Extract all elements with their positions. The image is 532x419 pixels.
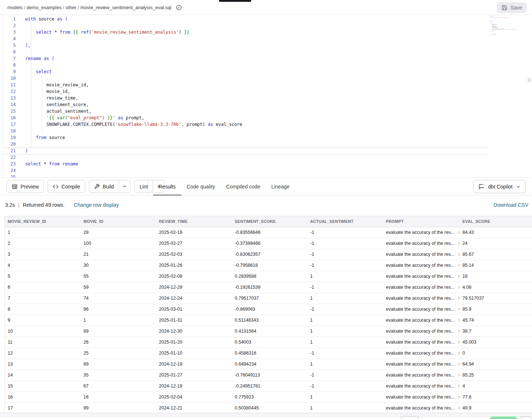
bottom-partial-button-2[interactable] <box>490 416 517 419</box>
tab-compiled-code[interactable]: Compiled code <box>221 178 266 195</box>
tab-code-quality[interactable]: Code quality <box>181 178 221 195</box>
expand-prompt-icon[interactable] <box>457 362 460 366</box>
code-line[interactable]: 4 <box>3 35 532 42</box>
code-line[interactable]: 16 '{{ var("eval_prompt") }}' as prompt, <box>3 115 532 121</box>
results-statusbar: 3.2s | Returned 49 rows. Change row disp… <box>0 195 532 216</box>
cell-review_time: 2025-02-18 <box>156 227 232 238</box>
cell-sentiment_score: -0.19261539 <box>232 282 307 293</box>
code-line[interactable]: 6 <box>3 49 532 55</box>
cell-prompt: evaluate the accuracy of the res... <box>383 392 460 403</box>
code-line[interactable]: 8 <box>3 62 532 68</box>
editor-code-lines: 1with source as (23 select * from {{ ref… <box>3 16 532 177</box>
cell-actual_sentiment: -1 <box>307 381 383 392</box>
code-line[interactable]: 25 <box>3 174 532 177</box>
code-line[interactable]: 18 <box>3 128 532 134</box>
expand-prompt-icon[interactable] <box>457 296 460 300</box>
cell-eval_score: 85.25 <box>460 370 532 381</box>
code-line[interactable]: 22 <box>3 154 532 161</box>
expand-prompt-icon[interactable] <box>457 406 460 410</box>
expand-prompt-icon[interactable] <box>457 252 460 257</box>
expand-prompt-icon[interactable] <box>457 318 460 322</box>
expand-prompt-icon[interactable] <box>457 373 460 377</box>
column-header-movie_id: MOVIE_ID <box>81 216 156 227</box>
breadcrumb-segment[interactable]: models <box>7 5 23 10</box>
prompt-preview-text: evaluate the accuracy of the res... <box>386 373 455 378</box>
code-line[interactable]: 13 review_time, <box>3 95 532 101</box>
expand-prompt-icon[interactable] <box>457 395 460 399</box>
prompt-preview-text: evaluate the accuracy of the res... <box>386 307 455 312</box>
expand-prompt-icon[interactable] <box>457 340 460 344</box>
expand-prompt-icon[interactable] <box>457 307 460 311</box>
expand-prompt-icon[interactable] <box>457 230 460 235</box>
cell-movie_review_id: 6 <box>5 282 81 293</box>
cell-prompt: evaluate the accuracy of the res... <box>383 260 460 271</box>
cell-eval_score: 77.6 <box>460 392 532 403</box>
cell-eval_score: 85.14 <box>460 260 532 271</box>
code-line[interactable]: 15 actual_sentiment, <box>3 108 532 115</box>
line-number: 25 <box>3 174 16 177</box>
line-number: 14 <box>3 101 16 108</box>
cell-movie_review_id: 5 <box>5 271 81 282</box>
cell-actual_sentiment: 1 <box>307 271 383 282</box>
code-line[interactable]: 10 <box>3 75 532 82</box>
expand-prompt-icon[interactable] <box>457 351 460 355</box>
code-line[interactable]: 14 sentiment_score, <box>3 101 532 108</box>
preview-button[interactable]: Preview <box>7 180 44 193</box>
breadcrumb-segment[interactable]: other <box>66 5 77 10</box>
breadcrumb-segment[interactable]: demo_examples <box>27 5 62 10</box>
code-line[interactable]: 11 movie_review_id, <box>3 82 532 88</box>
code-line[interactable]: 19 from source <box>3 134 532 141</box>
expand-prompt-icon[interactable] <box>457 329 460 333</box>
cell-movie_review_id: 9 <box>5 315 81 326</box>
expand-prompt-icon[interactable] <box>457 241 460 246</box>
table-row: 13892024-12-190.64942341evaluate the acc… <box>5 359 532 370</box>
tab-results[interactable]: Results <box>153 178 181 195</box>
expand-prompt-icon[interactable] <box>457 274 460 278</box>
code-line[interactable]: 5), <box>3 42 532 49</box>
code-line[interactable]: 20 <box>3 141 532 147</box>
breadcrumb-segment[interactable]: movie_review_sentiment_analysis_eval.sql <box>80 5 171 10</box>
change-row-display-link[interactable]: Change row display <box>74 202 119 208</box>
line-number: 7 <box>3 55 16 62</box>
table-row: 4302025-01-26-0.7958618-1evaluate the ac… <box>5 260 532 271</box>
dbt-copilot-button[interactable]: dbt Copilot <box>473 180 526 193</box>
code-line[interactable]: 24 <box>3 167 532 174</box>
preview-button-label: Preview <box>21 184 39 190</box>
save-button[interactable]: Save <box>497 2 527 13</box>
column-header-movie_review_id: MOVIE_REVIEW_ID <box>5 216 81 227</box>
download-csv-link[interactable]: Download CSV <box>494 202 528 208</box>
editor-minimap[interactable]: 1with source as (23 select * from {{ ref… <box>489 16 528 49</box>
code-line[interactable]: 9 select <box>3 68 532 75</box>
bottom-partial-button-1[interactable] <box>401 416 418 419</box>
tab-lineage[interactable]: Lineage <box>266 178 295 195</box>
horizontal-scrollbar[interactable] <box>0 413 532 417</box>
code-line[interactable]: 2 <box>3 22 532 29</box>
expand-prompt-icon[interactable] <box>457 384 460 388</box>
code-line[interactable]: 23select * from rename <box>3 161 532 167</box>
file-status-icon[interactable] <box>176 4 182 11</box>
cell-review_time: 2024-12-19 <box>156 381 232 392</box>
code-line[interactable]: 1with source as ( <box>3 16 532 22</box>
code-line[interactable]: 17 SNOWFLAKE.CORTEX.COMPLETE('snowflake-… <box>3 121 532 128</box>
results-table-container: MOVIE_REVIEW_IDMOVIE_IDREVIEW_TIMESENTIM… <box>4 216 532 413</box>
expand-prompt-icon[interactable] <box>457 285 460 289</box>
cell-movie_id: 67 <box>81 381 156 392</box>
code-line[interactable]: 7rename as ( <box>3 55 532 62</box>
column-header-actual_sentiment: ACTUAL_SENTIMENT <box>307 216 383 227</box>
code-editor[interactable]: 1with source as (23 select * from {{ ref… <box>3 15 532 177</box>
code-line[interactable]: 3 select * from {{ ref('movie_review_sen… <box>3 29 532 35</box>
line-number: 12 <box>3 88 16 95</box>
prompt-preview-text: evaluate the accuracy of the res... <box>386 285 455 290</box>
cell-movie_id: 89 <box>81 326 156 337</box>
prompt-preview-text: evaluate the accuracy of the res... <box>386 405 455 411</box>
cell-actual_sentiment: -1 <box>307 260 383 271</box>
build-button[interactable]: Build <box>89 180 131 193</box>
table-icon <box>12 184 18 190</box>
code-line[interactable]: 21) <box>3 147 532 154</box>
expand-prompt-icon[interactable] <box>457 263 460 268</box>
code-line[interactable]: 12 movie_id, <box>3 88 532 95</box>
bottom-partial-button-3[interactable] <box>520 416 532 419</box>
cell-sentiment_score: -0.869063 <box>232 304 307 315</box>
build-dropdown-toggle[interactable] <box>119 180 130 192</box>
compile-button[interactable]: Compile <box>48 180 85 193</box>
